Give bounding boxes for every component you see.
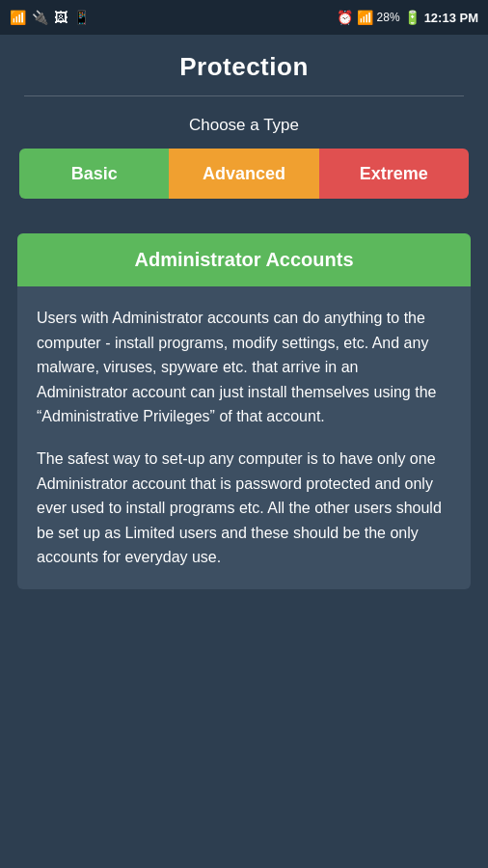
card-paragraph-2: The safest way to set-up any computer is… (37, 447, 451, 570)
image-icon: 🖼 (54, 10, 68, 25)
status-bar: 📶 🔌 🖼 📱 ⏰ 📶 28% 🔋 12:13 PM (0, 0, 488, 35)
type-buttons-container: Basic Advanced Extreme (19, 149, 469, 199)
page-title: Protection (19, 52, 469, 82)
basic-button[interactable]: Basic (19, 149, 169, 199)
advanced-button[interactable]: Advanced (169, 149, 318, 199)
status-bar-right: ⏰ 📶 28% 🔋 12:13 PM (337, 10, 478, 25)
card-header-title: Administrator Accounts (134, 249, 353, 270)
choose-type-label: Choose a Type (19, 116, 469, 135)
extreme-button[interactable]: Extreme (319, 149, 469, 199)
android-icon: 📱 (73, 10, 90, 25)
card-body: Users with Administrator accounts can do… (17, 286, 471, 589)
status-bar-left: 📶 🔌 🖼 📱 (10, 10, 90, 25)
wifi-icon: 📶 (10, 10, 26, 25)
battery-percentage: 28% (377, 11, 400, 24)
card-header: Administrator Accounts (17, 233, 471, 286)
choose-type-section: Choose a Type Basic Advanced Extreme (0, 96, 488, 214)
signal-icon: 📶 (357, 10, 373, 25)
battery-icon: 🔋 (404, 10, 420, 25)
alarm-icon: ⏰ (337, 10, 353, 25)
content-card: Administrator Accounts Users with Admini… (17, 233, 471, 589)
status-time: 12:13 PM (424, 11, 478, 25)
card-paragraph-1: Users with Administrator accounts can do… (37, 306, 451, 429)
usb-icon: 🔌 (32, 10, 48, 25)
title-bar: Protection (0, 35, 488, 95)
